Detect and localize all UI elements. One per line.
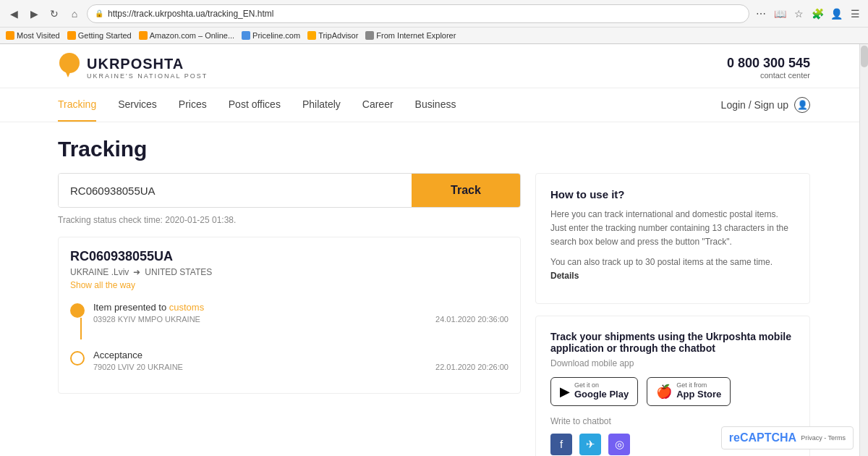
logo-text: UKRPOSHTA UKRAINE'S NATIONAL POST xyxy=(87,55,208,80)
search-box: Track xyxy=(58,173,521,208)
site-nav: Tracking Services Prices Post offices Ph… xyxy=(0,88,868,122)
logo-tagline: UKRAINE'S NATIONAL POST xyxy=(87,72,208,80)
track-number: RC060938055UA xyxy=(70,249,509,264)
track-button[interactable]: Track xyxy=(412,174,520,207)
how-to-text2: You can also track up to 30 postal items… xyxy=(550,256,795,283)
bookmark-folder-icon xyxy=(365,31,374,40)
recaptcha-logo: reCAPTCHA xyxy=(729,431,796,444)
contact-label: contact center xyxy=(727,71,810,80)
tracking-timeline: Item presented to customs 03928 KYIV MMP… xyxy=(70,302,509,371)
bookmark-from-ie[interactable]: From Internet Explorer xyxy=(365,31,456,40)
back-button[interactable]: ◀ xyxy=(6,6,22,22)
nav-services[interactable]: Services xyxy=(118,88,157,122)
nav-prices[interactable]: Prices xyxy=(179,88,207,122)
download-label: Download mobile app xyxy=(550,358,795,368)
timeline-connector xyxy=(80,318,82,339)
avatar-icon[interactable]: 👤 xyxy=(829,7,843,21)
app-store-name: App Store xyxy=(676,389,721,401)
timeline-date: 24.01.2020 20:36:00 xyxy=(435,315,509,324)
scrollbar[interactable] xyxy=(859,44,868,456)
nav-business[interactable]: Business xyxy=(415,88,456,122)
timeline-status: Item presented to customs xyxy=(93,302,509,313)
nav-tracking[interactable]: Tracking xyxy=(58,88,96,122)
results-card: RC060938055UA UKRAINE .Lviv ➜ UNITED STA… xyxy=(58,237,521,394)
page-content: UKRPOSHTA UKRAINE'S NATIONAL POST 0 800 … xyxy=(0,44,868,456)
nav-philately[interactable]: Philately xyxy=(302,88,341,122)
bookmarks-bar: Most Visited Getting Started Amazon.com … xyxy=(0,28,868,43)
address-bar[interactable]: 🔒 https://track.ukrposhta.ua/tracking_EN… xyxy=(87,4,749,23)
lock-icon: 🔒 xyxy=(95,9,103,17)
menu-icon[interactable]: ☰ xyxy=(848,7,862,21)
timeline-detail: 03928 KYIV MMPO UKRAINE 24.01.2020 20:36… xyxy=(93,315,509,324)
nav-career[interactable]: Career xyxy=(362,88,393,122)
status-highlight: customs xyxy=(169,302,204,313)
user-icon[interactable]: 👤 xyxy=(794,97,810,113)
timeline-item: Item presented to customs 03928 KYIV MMP… xyxy=(70,302,509,339)
pin-tail xyxy=(64,67,72,77)
scrollbar-thumb[interactable] xyxy=(861,46,868,67)
logo-name: UKRPOSHTA xyxy=(87,55,208,72)
more-icon[interactable]: ⋯ xyxy=(754,7,768,21)
google-get-label: Get it on xyxy=(574,382,629,389)
contact-info: 0 800 300 545 contact center xyxy=(727,56,810,80)
dot-inner xyxy=(75,308,80,313)
timeline-date: 22.01.2020 20:26:00 xyxy=(435,363,509,371)
nav-links: Tracking Services Prices Post offices Ph… xyxy=(58,88,456,122)
bookmark-priceline[interactable]: Priceline.com xyxy=(242,31,300,40)
nav-right: Login / Sign up 👤 xyxy=(721,97,810,113)
browser-toolbar: ◀ ▶ ↻ ⌂ 🔒 https://track.ukrposhta.ua/tra… xyxy=(0,0,868,28)
bookmark-amazon[interactable]: Amazon.com – Online... xyxy=(139,31,234,40)
browser-chrome: ◀ ▶ ↻ ⌂ 🔒 https://track.ukrposhta.ua/tra… xyxy=(0,0,868,44)
forward-button[interactable]: ▶ xyxy=(26,6,42,22)
reader-icon[interactable]: 📖 xyxy=(773,7,787,21)
bookmark-tripadvisor[interactable]: TripAdvisor xyxy=(307,31,358,40)
main-content: Tracking Track Tracking status check tim… xyxy=(0,122,868,456)
bookmark-label: From Internet Explorer xyxy=(376,31,456,40)
url-text: https://track.ukrposhta.ua/tracking_EN.h… xyxy=(108,9,741,19)
bookmark-most-visited[interactable]: Most Visited xyxy=(6,31,60,40)
chatbot-label: Write to chatbot xyxy=(550,416,795,426)
login-link[interactable]: Login / Sign up xyxy=(721,99,788,111)
app-store-button[interactable]: 🍎 Get it from App Store xyxy=(647,377,731,406)
timeline-item: Acceptance 79020 LVIV 20 UKRAINE 22.01.2… xyxy=(70,350,509,371)
apple-icon: 🍎 xyxy=(656,384,672,400)
timeline-location: 03928 KYIV MMPO UKRAINE xyxy=(93,315,200,324)
timeline-content: Acceptance 79020 LVIV 20 UKRAINE 22.01.2… xyxy=(93,350,509,371)
bookmarks-list: Most Visited Getting Started Amazon.com … xyxy=(6,31,456,40)
bookmark-icon xyxy=(307,31,316,40)
timeline-content: Item presented to customs 03928 KYIV MMP… xyxy=(93,302,509,324)
google-play-text: Get it on Google Play xyxy=(574,382,629,401)
bookmark-getting-started[interactable]: Getting Started xyxy=(67,31,132,40)
tracking-left: Track Tracking status check time: 2020-0… xyxy=(58,173,521,456)
refresh-button[interactable]: ↻ xyxy=(46,6,62,22)
bookmark-label: Most Visited xyxy=(17,31,60,40)
toolbar-icons: ⋯ 📖 ☆ 🧩 👤 ☰ xyxy=(754,7,862,21)
google-play-button[interactable]: ▶ Get it on Google Play xyxy=(550,377,638,406)
home-button[interactable]: ⌂ xyxy=(67,6,82,22)
how-to-card: How to use it? Here you can track intern… xyxy=(535,173,810,304)
viber-icon[interactable]: ◎ xyxy=(608,434,630,455)
app-store-text: Get it from App Store xyxy=(676,382,721,401)
recaptcha-text: Privacy - Terms xyxy=(801,434,846,442)
telegram-icon[interactable]: ✈ xyxy=(579,434,601,455)
logo-area: UKRPOSHTA UKRAINE'S NATIONAL POST xyxy=(58,53,208,82)
site-header: UKRPOSHTA UKRAINE'S NATIONAL POST 0 800 … xyxy=(0,44,868,88)
details-link[interactable]: Details xyxy=(550,271,579,281)
timeline-status: Acceptance xyxy=(93,350,509,360)
logo-pin xyxy=(58,53,81,82)
timeline-dot xyxy=(70,351,85,366)
tracking-input[interactable] xyxy=(59,174,412,207)
bookmark-icon xyxy=(139,31,148,40)
origin: UKRAINE .Lviv xyxy=(70,267,129,277)
bookmark-icon[interactable]: ☆ xyxy=(791,7,806,21)
bookmark-icon xyxy=(6,31,14,40)
bookmark-label: Getting Started xyxy=(78,31,132,40)
tracking-layout: Track Tracking status check time: 2020-0… xyxy=(58,173,810,456)
timeline-dot xyxy=(70,303,85,318)
phone-number: 0 800 300 545 xyxy=(727,56,810,71)
extensions-icon[interactable]: 🧩 xyxy=(810,7,825,21)
show-all-link[interactable]: Show all the way xyxy=(70,280,509,290)
facebook-icon[interactable]: f xyxy=(550,434,572,455)
nav-post-offices[interactable]: Post offices xyxy=(229,88,281,122)
app-promo-title: Track your shipments using the Ukrposhta… xyxy=(550,331,795,354)
